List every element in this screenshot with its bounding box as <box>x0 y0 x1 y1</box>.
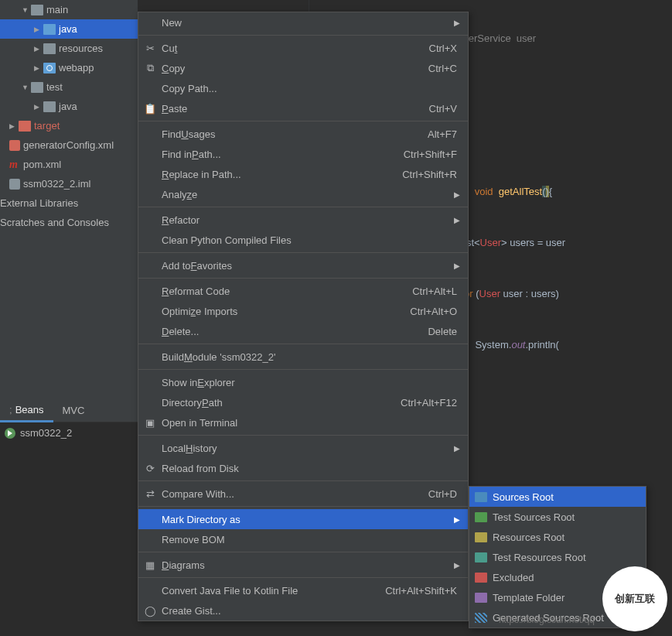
code-paren: ( <box>542 186 545 197</box>
tree-label: resources <box>59 43 103 54</box>
code-brace: { <box>549 186 552 197</box>
menu-add-favorites[interactable]: Add to Favorites▶ <box>138 255 468 275</box>
menu-copy-path[interactable]: Copy Path... <box>138 78 468 98</box>
tree-item-test[interactable]: ▼test <box>0 77 138 97</box>
menu-local-history[interactable]: Local History▶ <box>138 438 468 458</box>
tree-item-generatorconfig[interactable]: generatorConfig.xml <box>0 135 138 155</box>
submenu-resources-root[interactable]: Resources Root <box>469 527 646 547</box>
menu-new[interactable]: New▶ <box>138 12 468 32</box>
chevron-right-icon: ▶ <box>34 26 42 33</box>
menu-separator <box>138 121 468 121</box>
menu-cut[interactable]: ✂CutCtrl+X <box>138 38 468 58</box>
folder-icon <box>43 24 56 35</box>
menu-remove-bom[interactable]: Remove BOM <box>138 529 468 549</box>
menu-replace-in-path[interactable]: Replace in Path...Ctrl+Shift+R <box>138 164 468 184</box>
tree-label: generatorConfig.xml <box>23 139 114 151</box>
tab-mvc[interactable]: MVC <box>53 400 94 421</box>
menu-show-explorer[interactable]: Show in Explorer <box>138 372 468 392</box>
menu-directory-path[interactable]: Directory PathCtrl+Alt+F12 <box>138 392 468 412</box>
reload-icon: ⟳ <box>144 463 156 474</box>
menu-separator <box>138 577 468 578</box>
submenu-test-sources-root[interactable]: Test Sources Root <box>469 507 646 527</box>
chevron-right-icon: ▶ <box>34 103 42 111</box>
menu-optimize-imports[interactable]: Optimize ImportsCtrl+Alt+O <box>138 301 468 321</box>
tree-item-target[interactable]: ▶target <box>0 116 138 135</box>
excluded-folder-icon <box>475 573 487 583</box>
submenu-test-resources-root[interactable]: Test Resources Root <box>469 547 646 567</box>
menu-copy[interactable]: ⧉CopyCtrl+C <box>138 58 468 78</box>
tree-label: pom.xml <box>23 159 61 170</box>
menu-convert-kotlin[interactable]: Convert Java File to Kotlin FileCtrl+Alt… <box>138 580 468 600</box>
menu-compare-with[interactable]: ⇄Compare With...Ctrl+D <box>138 484 468 504</box>
module-icon <box>9 179 20 190</box>
run-config-item[interactable]: ssm0322_2 <box>0 424 138 442</box>
code-text: .println( <box>525 339 558 350</box>
folder-icon <box>43 101 56 112</box>
xml-file-icon <box>9 140 20 151</box>
tree-label: ssm0322_2.iml <box>23 178 90 190</box>
menu-mark-directory-as[interactable]: Mark Directory as▶ <box>138 509 468 529</box>
menu-separator <box>138 480 468 481</box>
menu-separator <box>138 252 468 253</box>
submenu-arrow-icon: ▶ <box>454 444 460 453</box>
chevron-right-icon: ▶ <box>34 64 42 72</box>
code-text: System. <box>464 339 511 350</box>
menu-separator <box>138 369 468 370</box>
test-sources-folder-icon <box>475 512 487 522</box>
watermark-logo: 创新互联 <box>602 566 667 631</box>
tree-item-pom[interactable]: mpom.xml <box>0 155 138 174</box>
folder-icon <box>43 43 56 54</box>
test-resources-folder-icon <box>475 552 487 562</box>
code-field: out <box>511 339 525 350</box>
menu-delete[interactable]: Delete...Delete <box>138 321 468 341</box>
tree-item-java[interactable]: ▶java <box>0 19 138 39</box>
bottom-tab-bar: ;Beans MVC <box>0 399 138 422</box>
run-icon <box>5 428 15 439</box>
menu-build-module[interactable]: Build Module 'ssm0322_2' <box>138 347 468 367</box>
sources-folder-icon <box>475 492 487 502</box>
tree-label: webapp <box>59 62 94 74</box>
tree-label: test <box>46 81 63 93</box>
menu-paste[interactable]: 📋PasteCtrl+V <box>138 98 468 118</box>
code-text: user : users) <box>500 288 559 299</box>
menu-clean-python[interactable]: Clean Python Compiled Files <box>138 230 468 250</box>
submenu-arrow-icon: ▶ <box>454 190 460 199</box>
copy-icon: ⧉ <box>144 62 156 74</box>
menu-find-in-path[interactable]: Find in Path...Ctrl+Shift+F <box>138 144 468 164</box>
menu-create-gist[interactable]: ◯Create Gist... <box>138 600 468 621</box>
tree-item-external-libraries[interactable]: External Libraries <box>0 193 138 213</box>
tree-item-webapp[interactable]: ▶webapp <box>0 58 138 77</box>
code-type: User <box>480 237 501 248</box>
tree-item-scratches[interactable]: Scratches and Consoles <box>0 213 138 232</box>
tree-label: java <box>59 23 77 35</box>
menu-open-terminal[interactable]: ▣Open in Terminal <box>138 412 468 433</box>
tree-label: Scratches and Consoles <box>0 217 109 228</box>
menu-separator <box>138 552 468 552</box>
tree-label: External Libraries <box>0 197 78 209</box>
tree-item-main[interactable]: ▼main <box>0 0 138 19</box>
menu-separator <box>138 506 468 507</box>
submenu-arrow-icon: ▶ <box>454 19 460 27</box>
chevron-right-icon: ▶ <box>9 122 17 130</box>
menu-refactor[interactable]: Refactor▶ <box>138 210 468 230</box>
tree-item-java2[interactable]: ▶java <box>0 97 138 116</box>
cut-icon: ✂ <box>144 43 156 54</box>
tree-label: target <box>34 120 60 132</box>
submenu-arrow-icon: ▶ <box>454 515 460 524</box>
menu-separator <box>138 35 468 36</box>
submenu-sources-root[interactable]: Sources Root <box>469 487 646 507</box>
menu-reload-disk[interactable]: ⟳Reload from Disk <box>138 458 468 478</box>
menu-reformat-code[interactable]: Reformat CodeCtrl+Alt+L <box>138 281 468 301</box>
menu-diagrams[interactable]: ▦Diagrams▶ <box>138 555 468 575</box>
folder-icon <box>19 121 31 132</box>
tree-item-resources[interactable]: ▶resources <box>0 39 138 58</box>
project-tree: ▼main ▶java ▶resources ▶webapp ▼test ▶ja… <box>0 0 138 418</box>
tab-beans[interactable]: ;Beans <box>0 399 53 422</box>
submenu-arrow-icon: ▶ <box>454 216 460 224</box>
menu-analyze[interactable]: Analyze▶ <box>138 184 468 204</box>
run-config-label: ssm0322_2 <box>20 427 72 439</box>
chevron-down-icon: ▼ <box>22 6 29 14</box>
tree-item-iml[interactable]: ssm0322_2.iml <box>0 174 138 193</box>
maven-icon: m <box>9 159 20 170</box>
menu-find-usages[interactable]: Find UsagesAlt+F7 <box>138 124 468 144</box>
